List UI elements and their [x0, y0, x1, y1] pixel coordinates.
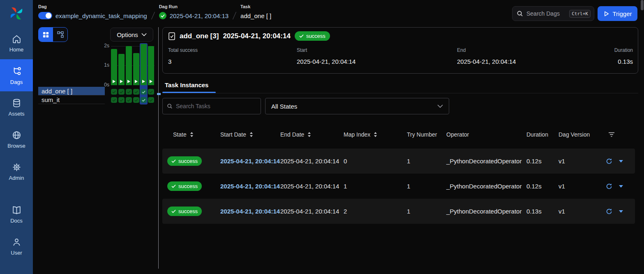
- run-bar-selected[interactable]: [141, 44, 147, 85]
- task-instance-square[interactable]: [118, 89, 125, 95]
- search-tasks-box[interactable]: [162, 98, 261, 114]
- grid-view-icon: [42, 31, 49, 38]
- panel-divider[interactable]: [158, 27, 159, 269]
- task-instance-square-selected[interactable]: [141, 97, 147, 103]
- sidebar-item-label: Dags: [10, 79, 23, 85]
- task-instance-row[interactable]: success 2025-04-21, 20:04:14 2025-04-21,…: [162, 174, 635, 199]
- search-dags-box[interactable]: Ctrl+K: [512, 6, 594, 21]
- refresh-icon: [606, 208, 612, 215]
- start-date-link[interactable]: 2025-04-21, 20:04:14: [220, 208, 280, 215]
- column-header-start-date[interactable]: Start Date: [220, 131, 280, 138]
- search-tasks-input[interactable]: [176, 103, 256, 109]
- task-instance-row[interactable]: success 2025-04-21, 20:04:14 2025-04-21,…: [162, 199, 635, 224]
- state-filter-select[interactable]: All States: [265, 98, 449, 114]
- check-icon: [171, 159, 176, 163]
- filter-icon: [608, 132, 615, 137]
- run-bar[interactable]: [126, 46, 132, 85]
- breadcrumb-dag-link[interactable]: example_dynamic_task_mapping: [55, 12, 147, 19]
- clear-task-button[interactable]: [606, 183, 612, 190]
- sidebar-item-assets[interactable]: Assets: [0, 91, 33, 123]
- search-dags-input[interactable]: [526, 10, 566, 17]
- grid-view-button[interactable]: [39, 28, 53, 42]
- start-date-link[interactable]: 2025-04-21, 20:04:14: [220, 183, 280, 190]
- task-instance-square[interactable]: [133, 89, 139, 95]
- sidebar-item-dags[interactable]: Dags: [0, 59, 33, 91]
- run-bar[interactable]: [118, 54, 125, 85]
- task-instance-square[interactable]: [148, 89, 154, 95]
- run-play-icon: [135, 80, 138, 83]
- operator: _PythonDecoratedOperator: [446, 183, 526, 190]
- dag-pause-toggle[interactable]: [38, 12, 52, 19]
- scrollbar-thumb[interactable]: [641, 0, 644, 10]
- run-bar[interactable]: [133, 53, 139, 85]
- sidebar-item-label: Docs: [10, 218, 23, 224]
- trigger-button[interactable]: Trigger: [598, 6, 637, 21]
- tab-task-instances[interactable]: Task Instances: [165, 81, 208, 88]
- sidebar-item-docs[interactable]: Docs: [0, 198, 33, 230]
- column-header-dag-version: Dag Version: [559, 131, 604, 138]
- stat-total-success-value: 3: [168, 58, 171, 65]
- clear-task-button[interactable]: [606, 158, 612, 165]
- run-bar[interactable]: [148, 46, 154, 85]
- options-button[interactable]: Options: [110, 28, 153, 42]
- breadcrumb-dag-run-link[interactable]: 2025-04-21, 20:04:13: [170, 12, 229, 19]
- row-menu-caret[interactable]: [619, 210, 623, 213]
- duration: 0.12s: [526, 158, 559, 165]
- admin-icon: [12, 162, 22, 172]
- graph-view-button[interactable]: [53, 28, 67, 42]
- play-icon: [603, 11, 609, 17]
- stat-total-success-label: Total success: [168, 47, 198, 53]
- column-header-state[interactable]: State: [167, 131, 220, 138]
- run-play-icon: [127, 80, 130, 83]
- axis-tick-1s: 1s: [99, 62, 109, 68]
- task-name-sum-it[interactable]: sum_it: [38, 96, 105, 104]
- breadcrumb-separator: [233, 12, 236, 20]
- sidebar-item-admin[interactable]: Admin: [0, 156, 33, 188]
- task-instance-square[interactable]: [111, 97, 117, 103]
- try-number: 1: [407, 158, 446, 165]
- sort-icon: [373, 132, 378, 137]
- task-instance-square[interactable]: [148, 97, 154, 103]
- task-name-add-one[interactable]: add_one [ ]: [38, 87, 105, 95]
- column-filter-button[interactable]: [604, 132, 635, 137]
- run-play-icon: [142, 80, 145, 83]
- stat-start-value: 2025-04-21, 20:04:14: [297, 58, 355, 65]
- task-doc-icon: [168, 32, 175, 40]
- refresh-icon: [606, 183, 612, 190]
- row-menu-caret[interactable]: [619, 160, 623, 163]
- sidebar-item-label: Admin: [9, 175, 24, 181]
- task-instances-table-header: State Start Date End Date Map Index Try …: [162, 125, 635, 144]
- task-instance-square[interactable]: [126, 97, 132, 103]
- options-button-label: Options: [117, 31, 138, 38]
- task-instance-square[interactable]: [133, 97, 139, 103]
- row-menu-caret[interactable]: [619, 185, 623, 188]
- task-instance-square[interactable]: [111, 89, 117, 95]
- breadcrumb-dag-run: Dag Run 2025-04-21, 20:04:13: [159, 4, 229, 20]
- column-header-end-date[interactable]: End Date: [280, 131, 344, 138]
- end-date: 2025-04-21, 20:04:14: [280, 208, 344, 215]
- task-instance-square[interactable]: [118, 97, 125, 103]
- stat-end-value: 2025-04-21, 20:04:14: [457, 58, 516, 65]
- search-icon: [167, 103, 173, 109]
- clear-task-button[interactable]: [606, 208, 612, 215]
- task-detail-title: add_one [3]: [180, 32, 219, 40]
- task-instances-table-body: success 2025-04-21, 20:04:14 2025-04-21,…: [162, 149, 635, 224]
- run-bar[interactable]: [111, 49, 117, 85]
- dag-run-success-icon: [159, 12, 166, 19]
- operator: _PythonDecoratedOperator: [446, 208, 526, 215]
- task-instance-square-selected[interactable]: [141, 89, 147, 95]
- chevron-down-icon: [141, 33, 147, 36]
- duration: 0.12s: [526, 183, 559, 190]
- start-date-link[interactable]: 2025-04-21, 20:04:14: [220, 158, 280, 165]
- breadcrumb-separator: [151, 12, 155, 20]
- refresh-icon: [606, 158, 612, 165]
- column-header-map-index[interactable]: Map Index: [344, 131, 407, 138]
- sidebar-item-browse[interactable]: Browse: [0, 123, 33, 156]
- sidebar-item-user[interactable]: User: [0, 230, 33, 262]
- sort-icon: [189, 132, 194, 137]
- airflow-logo[interactable]: [0, 0, 33, 27]
- task-instance-square[interactable]: [126, 89, 132, 95]
- sidebar-item-home[interactable]: Home: [0, 27, 33, 59]
- task-instance-row[interactable]: success 2025-04-21, 20:04:14 2025-04-21,…: [162, 149, 635, 174]
- tab-row-border: [162, 93, 638, 93]
